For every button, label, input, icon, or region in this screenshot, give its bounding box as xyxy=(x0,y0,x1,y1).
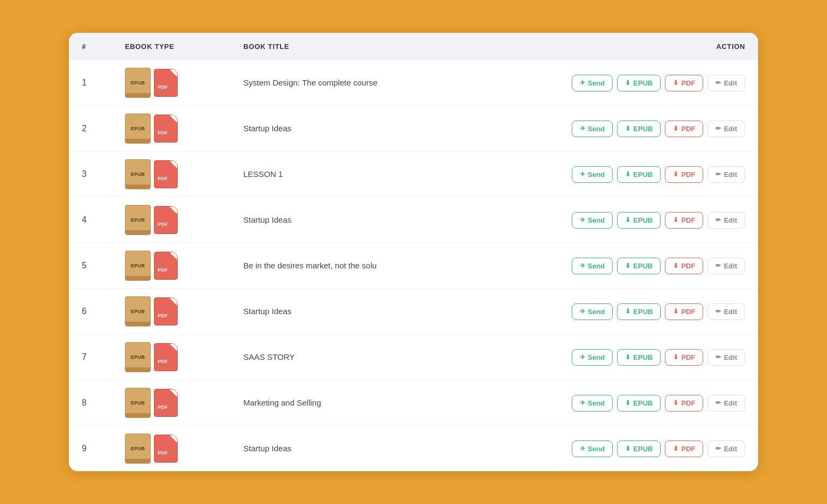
edit-icon: ✏ xyxy=(716,125,721,132)
action-buttons: ✈ Send ⬇ EPUB ⬇ PDF ✏ Edit xyxy=(478,120,745,137)
row-number: 7 xyxy=(69,335,112,380)
row-number: 3 xyxy=(69,152,112,197)
table-row: 4 EPUB PDF Startup Ideas ✈ xyxy=(69,197,758,243)
pdf-button[interactable]: ⬇ PDF xyxy=(665,75,703,91)
download-epub-icon: ⬇ xyxy=(625,216,630,224)
download-pdf-icon: ⬇ xyxy=(673,262,678,269)
edit-button[interactable]: ✏ Edit xyxy=(707,441,745,457)
send-button[interactable]: ✈ Send xyxy=(572,120,613,137)
download-epub-icon: ⬇ xyxy=(625,171,630,178)
ebook-type-cell: EPUB PDF xyxy=(112,152,230,197)
send-button[interactable]: ✈ Send xyxy=(572,441,613,457)
pdf-icon: PDF xyxy=(154,343,178,371)
action-cell: ✈ Send ⬇ EPUB ⬇ PDF ✏ Edit xyxy=(465,106,758,152)
book-title-cell: LESSON 1 xyxy=(230,152,465,197)
edit-icon: ✏ xyxy=(716,308,721,315)
action-buttons: ✈ Send ⬇ EPUB ⬇ PDF ✏ Edit xyxy=(478,395,745,411)
action-cell: ✈ Send ⬇ EPUB ⬇ PDF ✏ Edit xyxy=(465,335,758,380)
download-pdf-icon: ⬇ xyxy=(673,171,678,178)
ebook-icons: EPUB PDF xyxy=(125,205,218,235)
send-button[interactable]: ✈ Send xyxy=(572,75,613,91)
send-button[interactable]: ✈ Send xyxy=(572,212,613,229)
epub-button[interactable]: ⬇ EPUB xyxy=(617,166,661,183)
pdf-button[interactable]: ⬇ PDF xyxy=(665,258,703,274)
epub-icon: EPUB xyxy=(125,159,151,189)
ebook-icons: EPUB PDF xyxy=(125,113,218,144)
pdf-icon: PDF xyxy=(154,435,178,463)
book-title-cell: Startup Ideas xyxy=(230,289,465,335)
pdf-icon: PDF xyxy=(154,297,178,325)
edit-button[interactable]: ✏ Edit xyxy=(707,395,745,411)
action-cell: ✈ Send ⬇ EPUB ⬇ PDF ✏ Edit xyxy=(465,152,758,197)
download-pdf-icon: ⬇ xyxy=(673,125,678,132)
edit-button[interactable]: ✏ Edit xyxy=(707,258,745,274)
pdf-button[interactable]: ⬇ PDF xyxy=(665,395,703,411)
download-pdf-icon: ⬇ xyxy=(673,216,678,224)
epub-icon: EPUB xyxy=(125,342,151,372)
edit-icon: ✏ xyxy=(716,79,721,87)
download-epub-icon: ⬇ xyxy=(625,308,630,315)
table-row: 3 EPUB PDF LESSON 1 ✈ xyxy=(69,152,758,197)
send-icon: ✈ xyxy=(580,216,585,224)
pdf-button[interactable]: ⬇ PDF xyxy=(665,212,703,229)
ebook-icons: EPUB PDF xyxy=(125,296,218,326)
edit-button[interactable]: ✏ Edit xyxy=(707,212,745,229)
ebook-type-cell: EPUB PDF xyxy=(112,380,230,426)
epub-button[interactable]: ⬇ EPUB xyxy=(617,349,661,366)
send-button[interactable]: ✈ Send xyxy=(572,166,613,183)
action-cell: ✈ Send ⬇ EPUB ⬇ PDF ✏ Edit xyxy=(465,380,758,426)
edit-button[interactable]: ✏ Edit xyxy=(707,166,745,183)
edit-icon: ✏ xyxy=(716,353,721,361)
pdf-button[interactable]: ⬇ PDF xyxy=(665,349,703,366)
epub-button[interactable]: ⬇ EPUB xyxy=(617,212,661,229)
book-title-cell: SAAS STORY xyxy=(230,335,465,380)
edit-icon: ✏ xyxy=(716,171,721,178)
send-icon: ✈ xyxy=(580,79,585,87)
ebook-table: # EBOOK TYPE BOOK TITLE ACTION 1 EPUB PD… xyxy=(69,33,758,471)
send-icon: ✈ xyxy=(580,353,585,361)
send-button[interactable]: ✈ Send xyxy=(572,349,613,366)
action-buttons: ✈ Send ⬇ EPUB ⬇ PDF ✏ Edit xyxy=(478,349,745,366)
edit-icon: ✏ xyxy=(716,262,721,269)
book-title-cell: Startup Ideas xyxy=(230,426,465,472)
pdf-button[interactable]: ⬇ PDF xyxy=(665,303,703,320)
col-number: # xyxy=(69,33,112,60)
action-buttons: ✈ Send ⬇ EPUB ⬇ PDF ✏ Edit xyxy=(478,166,745,183)
table-row: 7 EPUB PDF SAAS STORY ✈ xyxy=(69,335,758,380)
epub-button[interactable]: ⬇ EPUB xyxy=(617,258,661,274)
send-icon: ✈ xyxy=(580,125,585,132)
book-title-cell: Marketing and Selling xyxy=(230,380,465,426)
ebook-type-cell: EPUB PDF xyxy=(112,426,230,472)
download-pdf-icon: ⬇ xyxy=(673,399,678,407)
edit-button[interactable]: ✏ Edit xyxy=(707,303,745,320)
epub-icon: EPUB xyxy=(125,296,151,326)
ebook-icons: EPUB PDF xyxy=(125,68,218,98)
col-action: ACTION xyxy=(465,33,758,60)
edit-button[interactable]: ✏ Edit xyxy=(707,75,745,91)
send-button[interactable]: ✈ Send xyxy=(572,258,613,274)
send-icon: ✈ xyxy=(580,171,585,178)
pdf-button[interactable]: ⬇ PDF xyxy=(665,441,703,457)
download-epub-icon: ⬇ xyxy=(625,79,630,87)
edit-button[interactable]: ✏ Edit xyxy=(707,349,745,366)
ebook-table-container: # EBOOK TYPE BOOK TITLE ACTION 1 EPUB PD… xyxy=(69,33,758,471)
row-number: 6 xyxy=(69,289,112,335)
book-title-cell: Be in the desires market, not the solu xyxy=(230,243,465,289)
send-button[interactable]: ✈ Send xyxy=(572,395,613,411)
pdf-button[interactable]: ⬇ PDF xyxy=(665,120,703,137)
download-epub-icon: ⬇ xyxy=(625,445,630,452)
ebook-icons: EPUB PDF xyxy=(125,251,218,281)
send-button[interactable]: ✈ Send xyxy=(572,303,613,320)
epub-button[interactable]: ⬇ EPUB xyxy=(617,75,661,91)
download-epub-icon: ⬇ xyxy=(625,353,630,361)
edit-button[interactable]: ✏ Edit xyxy=(707,120,745,137)
pdf-icon: PDF xyxy=(154,115,178,143)
epub-button[interactable]: ⬇ EPUB xyxy=(617,303,661,320)
send-icon: ✈ xyxy=(580,308,585,315)
epub-button[interactable]: ⬇ EPUB xyxy=(617,441,661,457)
epub-button[interactable]: ⬇ EPUB xyxy=(617,120,661,137)
epub-icon: EPUB xyxy=(125,68,151,98)
pdf-button[interactable]: ⬇ PDF xyxy=(665,166,703,183)
epub-button[interactable]: ⬇ EPUB xyxy=(617,395,661,411)
ebook-type-cell: EPUB PDF xyxy=(112,60,230,106)
